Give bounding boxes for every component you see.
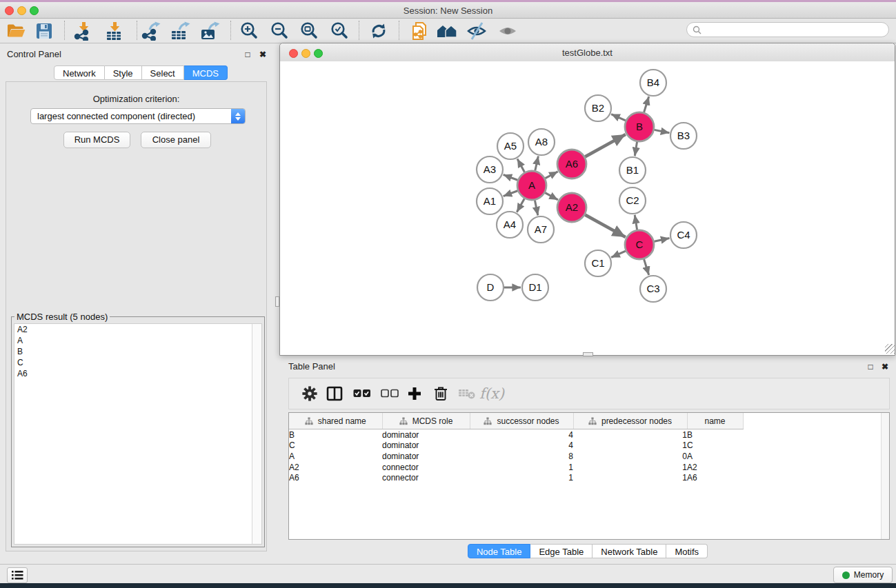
close-panel-button[interactable]: Close panel (141, 132, 211, 148)
delete-column-icon[interactable] (428, 383, 453, 404)
edge-A-A1[interactable] (504, 191, 518, 196)
table-header-row[interactable]: shared nameMCDS rolesuccessor nodesprede… (289, 413, 882, 429)
tab-network-table[interactable]: Network Table (593, 544, 666, 558)
export-network-icon[interactable] (138, 20, 164, 41)
export-table-icon[interactable] (167, 20, 193, 41)
edge-A-A6[interactable] (545, 172, 557, 179)
deselect-all-checkboxes-icon[interactable] (377, 383, 402, 404)
edge-A-A2[interactable] (545, 193, 558, 200)
edge-C-C2[interactable] (635, 215, 637, 230)
control-panel-float-icon[interactable]: □ (243, 50, 252, 59)
column-header-shared-name[interactable]: shared name (289, 413, 382, 429)
import-table-icon[interactable] (101, 20, 128, 41)
table-cell[interactable]: 1 (573, 462, 687, 473)
column-header-name[interactable]: name (687, 413, 743, 429)
table-panel-float-icon[interactable]: □ (866, 362, 875, 372)
add-column-icon[interactable] (402, 383, 427, 404)
mcds-result-item[interactable]: A6 (14, 368, 261, 379)
export-image-icon[interactable] (197, 20, 223, 41)
memory-button[interactable]: Memory (833, 567, 893, 583)
table-cell[interactable]: A6 (289, 472, 382, 483)
run-mcds-button[interactable]: Run MCDS (63, 132, 130, 148)
table-row[interactable]: A2connector11A2 (289, 462, 882, 473)
table-cell[interactable]: 1 (470, 462, 573, 473)
table-cell[interactable]: 0 (573, 451, 687, 462)
table-cell[interactable]: 8 (470, 451, 573, 462)
split-divider-grip-left[interactable] (275, 296, 279, 307)
show-hidden-eye-icon[interactable] (495, 20, 521, 41)
table-cell[interactable]: dominator (382, 429, 470, 440)
edge-B-B1[interactable] (635, 142, 637, 156)
table-row[interactable]: Bdominator41B (289, 429, 882, 440)
mcds-result-list[interactable]: A2ABCA6 (14, 323, 262, 545)
table-cell[interactable]: connector (382, 462, 470, 473)
table-panel-close-icon[interactable]: ✖ (880, 362, 890, 372)
select-all-checkboxes-icon[interactable] (350, 383, 375, 404)
save-session-icon[interactable] (31, 20, 57, 41)
table-cell[interactable]: A2 (289, 462, 382, 473)
table-row[interactable]: Cdominator41C (289, 440, 882, 452)
control-panel-close-icon[interactable]: ✖ (258, 50, 268, 59)
zoom-out-icon[interactable] (266, 20, 292, 41)
tab-style[interactable]: Style (105, 65, 142, 80)
table-cell[interactable]: dominator (382, 451, 470, 462)
table-cell[interactable]: A2 (687, 462, 743, 473)
mcds-result-item[interactable]: C (14, 357, 261, 368)
mcds-result-item[interactable]: A (14, 335, 261, 346)
refresh-layout-icon[interactable] (366, 20, 392, 41)
table-cell[interactable]: 1 (573, 440, 687, 452)
edge-B-B2[interactable] (611, 114, 626, 121)
table-cell[interactable]: C (289, 440, 382, 452)
edge-A2-C[interactable] (585, 215, 626, 237)
edge-A-A4[interactable] (517, 199, 524, 212)
split-divider-grip-bottom[interactable] (583, 352, 593, 356)
table-cell[interactable]: 1 (573, 429, 687, 440)
edge-A-A8[interactable] (535, 156, 539, 170)
zoom-fit-icon[interactable] (296, 20, 322, 41)
table-cell[interactable]: 1 (470, 472, 573, 483)
edge-B-B4[interactable] (644, 97, 649, 112)
edge-C-C4[interactable] (654, 238, 669, 241)
open-session-icon[interactable] (3, 20, 29, 41)
home-first-neighbors-icon[interactable] (434, 20, 460, 41)
tab-mcds[interactable]: MCDS (184, 65, 228, 80)
zoom-in-icon[interactable] (236, 20, 262, 41)
table-cell[interactable]: C (687, 440, 743, 452)
edge-C-C3[interactable] (644, 259, 649, 275)
network-window-titlebar[interactable]: testGlobe.txt (280, 43, 895, 62)
network-canvas[interactable]: B4B2BB3A5A8A6B1A3AA1C2A2A4A7C4CC1DD1C3 (280, 61, 895, 355)
table-cell[interactable]: 4 (470, 429, 573, 440)
hide-selected-icon[interactable] (464, 20, 490, 41)
table-cell[interactable]: connector (382, 472, 470, 483)
edge-C-C1[interactable] (611, 251, 626, 257)
table-cell[interactable]: 1 (573, 472, 687, 483)
table-cell[interactable]: B (289, 429, 382, 440)
table-cell[interactable]: dominator (382, 440, 470, 452)
task-history-button[interactable] (7, 567, 28, 583)
edge-A-A5[interactable] (517, 159, 524, 172)
table-scrollbar[interactable] (881, 413, 889, 539)
tab-node-table[interactable]: Node Table (468, 544, 531, 558)
node-table-grid[interactable]: shared nameMCDS rolesuccessor nodesprede… (289, 413, 882, 483)
table-row[interactable]: A6connector11A6 (289, 472, 882, 483)
edge-A-A3[interactable] (504, 174, 518, 180)
table-options-gear-icon[interactable] (297, 383, 322, 404)
table-row[interactable]: Adominator80A (289, 451, 882, 462)
edge-B-B3[interactable] (655, 130, 670, 132)
list-scrollbar[interactable] (252, 324, 261, 544)
optimization-criterion-select[interactable]: largest connected component (directed) (30, 108, 246, 124)
duplicate-network-icon[interactable] (406, 20, 432, 41)
column-header-predecessor-nodes[interactable]: predecessor nodes (573, 413, 687, 429)
table-cell[interactable]: 4 (470, 440, 573, 452)
column-header-successor-nodes[interactable]: successor nodes (470, 413, 573, 429)
table-cell[interactable]: A6 (687, 472, 743, 483)
tab-select[interactable]: Select (142, 65, 184, 80)
search-field[interactable] (686, 22, 889, 37)
mcds-result-item[interactable]: A2 (14, 324, 261, 335)
table-cell[interactable]: B (687, 429, 743, 440)
column-header-mcds-role[interactable]: MCDS role (382, 413, 470, 429)
tab-motifs[interactable]: Motifs (666, 544, 708, 558)
table-cell[interactable]: A (289, 451, 382, 462)
mcds-result-item[interactable]: B (14, 346, 261, 357)
import-network-icon[interactable] (70, 20, 97, 41)
